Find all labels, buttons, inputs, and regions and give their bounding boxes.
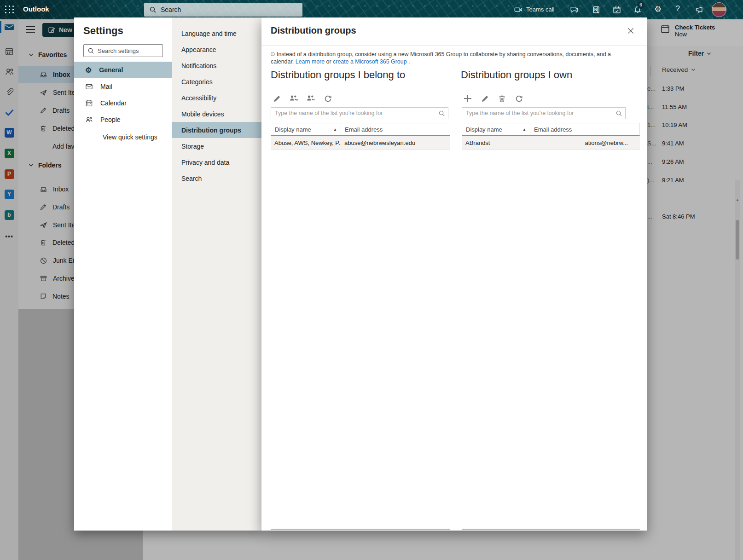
belong-table-header: Display name ▲ Email address [271,123,450,136]
new-group-icon[interactable] [463,93,473,104]
column-display-name[interactable]: Display name ▲ [271,123,341,135]
table-row[interactable]: ABrandst ations@nebrw... [462,136,640,150]
settings-search-input[interactable]: Search settings [83,44,163,57]
create-group-link[interactable]: create a Microsoft 365 Group [333,58,406,65]
search-icon [615,110,622,117]
own-search-input[interactable]: Type the name of the list you're looking… [462,107,626,119]
gear-icon: ⚙ [85,66,92,75]
belong-section-title: Distribution groups I belong to [271,69,405,81]
own-toolbar [463,93,524,104]
close-icon[interactable] [627,27,636,36]
app-title: Outlook [23,5,49,13]
calendar-icon [85,99,93,107]
settings-sub-nav: Language and time Appearance Notificatio… [172,17,261,531]
subnav-distribution-groups[interactable]: Distribution groups [172,122,261,138]
sort-ascending-icon: ▲ [333,127,337,132]
people-icon [85,116,93,124]
settings-nav-people[interactable]: People [74,111,172,128]
subnav-search[interactable]: Search [172,170,261,186]
column-email-address[interactable]: Email address [341,123,450,135]
refresh-icon[interactable] [514,93,524,104]
svg-text:N: N [594,7,597,12]
column-email-address[interactable]: Email address [530,123,639,135]
dialog-title: Distribution groups [271,25,356,36]
video-camera-icon[interactable] [514,6,522,14]
subnav-mobile-devices[interactable]: Mobile devices [172,106,261,122]
sort-ascending-icon: ▲ [522,127,526,132]
outlook-app: Outlook Search Teams call N 6 ⚙ ? [0,0,743,560]
search-icon [438,110,445,117]
account-avatar[interactable] [712,2,726,17]
settings-nav-mail[interactable]: Mail [74,78,172,95]
view-quick-settings-link[interactable]: View quick settings [103,133,157,141]
refresh-icon[interactable] [323,93,333,104]
subnav-language-and-time[interactable]: Language and time [172,25,261,41]
help-icon[interactable]: ? [676,5,681,13]
belong-search-input[interactable]: Type the name of the list you're looking… [271,107,448,119]
table-row[interactable]: Abuse, AWS, Newkey, P... abuse@nebrwesle… [271,136,450,150]
dialog-divider [261,45,647,46]
notification-badge: 6 [637,1,644,9]
leave-group-icon[interactable] [306,93,316,104]
settings-nav-calendar[interactable]: Calendar [74,95,172,111]
settings-panel: Settings Search settings ⚙ General Mail … [74,17,261,531]
column-display-name[interactable]: Display name ▲ [462,123,530,135]
own-table-header: Display name ▲ Email address [462,123,640,136]
search-placeholder: Search [161,6,181,13]
edit-icon[interactable] [272,93,282,104]
join-group-icon[interactable] [289,93,299,104]
teams-call-button[interactable]: Teams call [526,6,554,13]
top-bar: Outlook Search Teams call N 6 ⚙ ? [0,0,743,19]
belong-toolbar [272,93,333,104]
belong-table: Display name ▲ Email address Abuse, AWS,… [271,123,450,530]
subnav-notifications[interactable]: Notifications [172,58,261,74]
calendar-check-icon[interactable] [613,6,621,14]
search-input[interactable]: Search [144,3,302,17]
settings-nav-general[interactable]: ⚙ General [74,62,172,78]
chat-icon[interactable] [570,6,578,14]
info-banner: iInstead of a distribution group, consid… [271,51,635,66]
settings-gear-icon[interactable]: ⚙ [654,4,662,12]
delete-icon[interactable] [497,93,507,104]
subnav-appearance[interactable]: Appearance [172,41,261,58]
subnav-privacy-and-data[interactable]: Privacy and data [172,154,261,170]
learn-more-link[interactable]: Learn more [296,58,325,65]
settings-search-placeholder: Search settings [98,47,139,54]
info-icon: i [271,52,275,56]
search-icon [149,6,157,13]
search-icon [87,47,94,54]
app-launcher-icon[interactable] [5,6,14,14]
settings-primary-column: Settings Search settings ⚙ General Mail … [74,17,172,531]
mail-icon [85,83,93,91]
subnav-categories[interactable]: Categories [172,74,261,90]
distribution-groups-dialog: Distribution groups iInstead of a distri… [261,17,647,531]
subnav-accessibility[interactable]: Accessibility [172,90,261,106]
settings-title: Settings [83,25,123,37]
own-table: Display name ▲ Email address ABrandst at… [462,123,640,530]
onenote-icon[interactable]: N [592,6,600,14]
own-section-title: Distribution groups I own [461,69,572,81]
subnav-storage[interactable]: Storage [172,138,261,154]
edit-icon[interactable] [480,93,490,104]
megaphone-icon[interactable] [695,6,703,14]
